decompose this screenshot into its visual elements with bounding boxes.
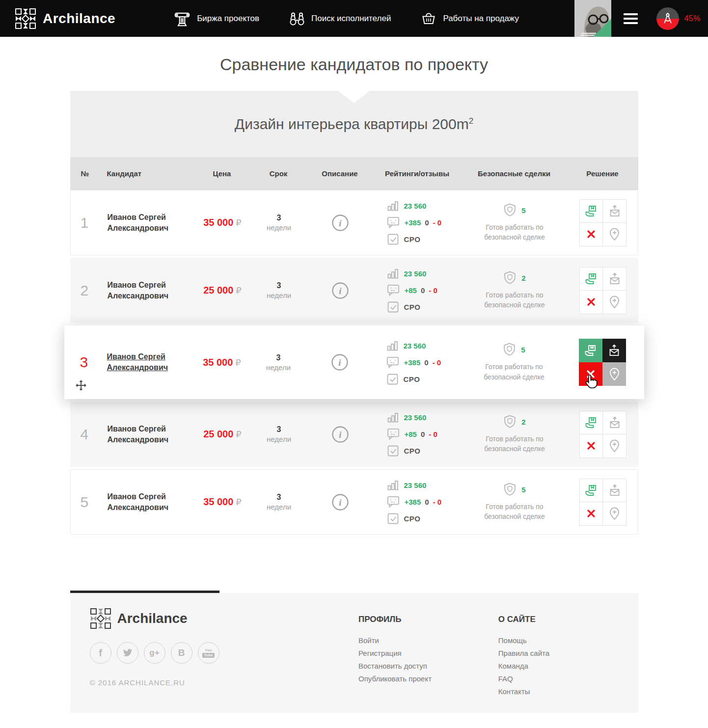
candidate-name[interactable]: Иванов Сергей Александрович (107, 351, 194, 373)
add-location-button[interactable] (602, 362, 626, 386)
shield-icon (503, 271, 517, 285)
menu-item-label: Поиск исполнителей (311, 14, 391, 24)
make-deal-button[interactable] (579, 479, 603, 502)
facebook-icon[interactable]: f (90, 642, 111, 664)
footer-link[interactable]: Помощь (498, 636, 638, 645)
safe-deals-count: 5 (503, 483, 525, 497)
vk-icon[interactable]: B (171, 642, 192, 664)
social-links: f g+ B You Tube (90, 642, 359, 664)
menu-item-projects-exchange[interactable]: Биржа проектов (173, 10, 259, 27)
add-location-button[interactable] (602, 434, 626, 458)
table-header: № Кандидат Цена Срок Описание Рейтинги/о… (70, 157, 638, 190)
reject-button[interactable] (579, 434, 603, 458)
info-icon[interactable]: i (331, 214, 349, 232)
info-icon[interactable]: i (331, 493, 349, 511)
footer-link[interactable]: Войти (358, 636, 498, 645)
footer-brand[interactable]: Archilance (90, 608, 359, 629)
make-deal-button[interactable] (579, 339, 602, 362)
send-message-button[interactable] (602, 411, 626, 434)
drag-move-icon[interactable] (75, 379, 87, 393)
main-menu: Биржа проектов Поиск исполнителей (173, 10, 519, 27)
currency-symbol: ₽ (235, 357, 241, 368)
certification: СРО (387, 445, 421, 457)
candidate-name[interactable]: Иванов Сергей Александрович (108, 212, 194, 233)
archilance-logo-icon (90, 608, 111, 629)
info-icon[interactable]: i (331, 353, 349, 371)
basket-icon (420, 10, 437, 27)
decision-buttons (579, 479, 626, 526)
views-rating: 23 560 (386, 340, 426, 352)
footer-link[interactable]: Правила сайта (498, 649, 638, 657)
send-message-button[interactable] (602, 339, 626, 362)
term-value: 3 (251, 214, 307, 222)
currency-symbol: ₽ (236, 429, 241, 439)
send-message-button[interactable] (602, 199, 626, 223)
svg-text:i: i (338, 357, 341, 368)
brand-name: Archilance (43, 11, 115, 27)
views-rating: 23 560 (387, 268, 427, 280)
candidate-name[interactable]: Иванов Сергей Александрович (108, 491, 194, 512)
safe-deals-text: Готов работать по безопасной сделке (473, 290, 556, 310)
safe-deals-count: 5 (503, 343, 525, 357)
candidate-name[interactable]: Иванов Сергей Александрович (108, 280, 194, 301)
bar-chart-icon (387, 268, 399, 280)
make-deal-button[interactable] (579, 199, 603, 223)
info-icon[interactable]: i (331, 282, 349, 299)
candidates-table: 1 Иванов Сергей Александрович 35 000 ₽ 3… (70, 190, 638, 535)
footer-brand-name: Archilance (117, 611, 188, 626)
send-message-button[interactable] (602, 267, 626, 291)
reject-button[interactable] (579, 222, 603, 246)
footer-column-profile: ПРОФИЛЬ ВойтиРегистрацияВостановить дост… (358, 608, 498, 713)
column-header: Кандидат (98, 169, 194, 178)
footer-link[interactable]: Контакты (498, 687, 638, 696)
svg-text:i: i (339, 286, 342, 296)
decision-buttons (579, 199, 626, 246)
info-icon[interactable]: i (331, 426, 349, 443)
send-message-button[interactable] (602, 479, 626, 502)
reviews-bubble-icon (387, 428, 400, 440)
shield-icon (503, 203, 517, 217)
reviews-rating: +385 0 - 0 (386, 356, 441, 369)
column-header: № (70, 169, 98, 178)
add-location-button[interactable] (602, 222, 626, 246)
make-deal-button[interactable] (579, 267, 603, 291)
footer-link[interactable]: Команда (498, 662, 638, 670)
shield-icon (503, 483, 517, 497)
menu-item-find-performers[interactable]: Поиск исполнителей (289, 10, 391, 27)
google-plus-icon[interactable]: g+ (144, 642, 165, 664)
certification: СРО (386, 373, 420, 385)
page-title: Сравнение кандидатов по проекту (70, 55, 638, 74)
youtube-icon[interactable]: You Tube (198, 642, 219, 664)
make-deal-button[interactable] (579, 411, 603, 434)
checkbox-icon (386, 373, 399, 385)
menu-item-works-for-sale[interactable]: Работы на продажу (420, 10, 519, 27)
column-icon (173, 10, 191, 27)
add-location-button[interactable] (602, 502, 626, 526)
column-header: Цена (194, 169, 250, 178)
reject-button[interactable] (579, 362, 602, 386)
footer-link[interactable]: Опубликовать проект (358, 674, 498, 683)
footer-link[interactable]: Регистрация (358, 649, 498, 657)
hamburger-menu-icon[interactable] (624, 11, 638, 27)
reject-button[interactable] (579, 290, 603, 314)
term-value: 3 (251, 425, 307, 434)
safe-deals-count: 5 (503, 203, 525, 217)
currency-symbol: ₽ (236, 217, 241, 228)
menu-item-label: Биржа проектов (197, 14, 259, 24)
term-value: 3 (251, 493, 307, 502)
candidate-name[interactable]: Иванов Сергей Александрович (108, 424, 194, 445)
top-navbar: Archilance Биржа проектов (0, 0, 708, 37)
navbar-right: 45% (574, 0, 708, 37)
svg-text:i: i (339, 430, 342, 440)
footer-link[interactable]: Востановить доступ (358, 662, 498, 670)
binoculars-icon (289, 10, 305, 27)
project-title: Дизайн интерьера квартиры 200m2 (235, 116, 473, 133)
profile-progress-icon[interactable] (656, 7, 679, 30)
footer-link[interactable]: FAQ (498, 674, 638, 683)
user-avatar[interactable] (574, 0, 611, 37)
add-location-button[interactable] (602, 290, 626, 314)
brand[interactable]: Archilance (15, 8, 115, 29)
twitter-icon[interactable] (117, 642, 138, 664)
reject-button[interactable] (579, 502, 603, 526)
term-unit: недели (251, 291, 307, 299)
